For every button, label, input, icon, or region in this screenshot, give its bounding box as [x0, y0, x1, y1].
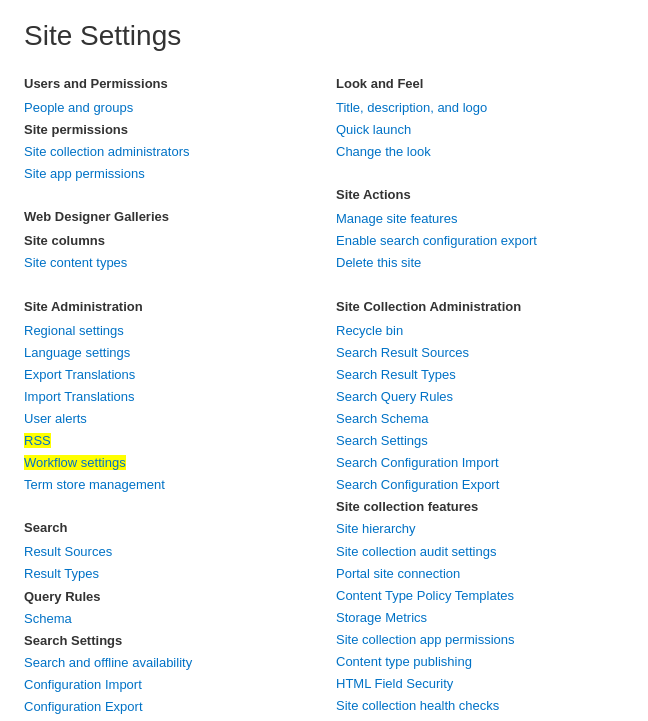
- link-site-app-permissions[interactable]: Site app permissions: [24, 163, 320, 185]
- link-term-store-management[interactable]: Term store management: [24, 474, 320, 496]
- link-site-collection-audit[interactable]: Site collection audit settings: [336, 541, 624, 563]
- section-title-search: Search: [24, 520, 320, 535]
- link-import-translations[interactable]: Import Translations: [24, 386, 320, 408]
- page-title: Site Settings: [24, 20, 624, 52]
- section-title-site-administration: Site Administration: [24, 299, 320, 314]
- link-schema[interactable]: Schema: [24, 608, 320, 630]
- link-search-result-sources[interactable]: Search Result Sources: [336, 342, 624, 364]
- link-portal-site-connection[interactable]: Portal site connection: [336, 563, 624, 585]
- section-site-administration: Site AdministrationRegional settingsLang…: [24, 299, 320, 497]
- right-column: Look and FeelTitle, description, and log…: [336, 76, 624, 721]
- section-site-collection-admin: Site Collection AdministrationRecycle bi…: [336, 299, 624, 721]
- link-config-export[interactable]: Configuration Export: [24, 696, 320, 718]
- section-title-look-feel: Look and Feel: [336, 76, 624, 91]
- section-title-site-actions: Site Actions: [336, 187, 624, 202]
- section-web-designer-galleries: Web Designer GalleriesSite columnsSite c…: [24, 209, 320, 274]
- link-query-rules[interactable]: Query Rules: [24, 586, 320, 608]
- link-content-type-publishing[interactable]: Content type publishing: [336, 651, 624, 673]
- link-delete-this-site[interactable]: Delete this site: [336, 252, 624, 274]
- link-title-desc-logo[interactable]: Title, description, and logo: [336, 97, 624, 119]
- link-search-settings[interactable]: Search Settings: [24, 630, 320, 652]
- link-site-hierarchy[interactable]: Site hierarchy: [336, 518, 624, 540]
- link-site-collection-health[interactable]: Site collection health checks: [336, 695, 624, 717]
- link-manage-site-features[interactable]: Manage site features: [336, 208, 624, 230]
- link-result-types[interactable]: Result Types: [24, 563, 320, 585]
- link-recycle-bin[interactable]: Recycle bin: [336, 320, 624, 342]
- link-site-content-types[interactable]: Site content types: [24, 252, 320, 274]
- section-look-feel: Look and FeelTitle, description, and log…: [336, 76, 624, 163]
- link-site-collection-app-permissions[interactable]: Site collection app permissions: [336, 629, 624, 651]
- link-regional-settings[interactable]: Regional settings: [24, 320, 320, 342]
- link-language-settings[interactable]: Language settings: [24, 342, 320, 364]
- link-search-offline[interactable]: Search and offline availability: [24, 652, 320, 674]
- link-site-collection-features[interactable]: Site collection features: [336, 496, 624, 518]
- link-search-settings[interactable]: Search Settings: [336, 430, 624, 452]
- link-people-groups[interactable]: People and groups: [24, 97, 320, 119]
- left-column: Users and PermissionsPeople and groupsSi…: [24, 76, 336, 721]
- link-html-field-security[interactable]: HTML Field Security: [336, 673, 624, 695]
- section-search: SearchResult SourcesResult TypesQuery Ru…: [24, 520, 320, 718]
- link-site-collection-admins[interactable]: Site collection administrators: [24, 141, 320, 163]
- link-user-alerts[interactable]: User alerts: [24, 408, 320, 430]
- link-search-config-export[interactable]: Search Configuration Export: [336, 474, 624, 496]
- link-enable-search-config-export[interactable]: Enable search configuration export: [336, 230, 624, 252]
- link-quick-launch[interactable]: Quick launch: [336, 119, 624, 141]
- section-title-users-permissions: Users and Permissions: [24, 76, 320, 91]
- link-site-permissions[interactable]: Site permissions: [24, 119, 320, 141]
- section-users-permissions: Users and PermissionsPeople and groupsSi…: [24, 76, 320, 185]
- link-search-config-import[interactable]: Search Configuration Import: [336, 452, 624, 474]
- link-site-columns[interactable]: Site columns: [24, 230, 320, 252]
- link-rss[interactable]: RSS: [24, 430, 320, 452]
- link-change-look[interactable]: Change the look: [336, 141, 624, 163]
- section-title-site-collection-admin: Site Collection Administration: [336, 299, 624, 314]
- link-search-result-types[interactable]: Search Result Types: [336, 364, 624, 386]
- link-export-translations[interactable]: Export Translations: [24, 364, 320, 386]
- link-search-schema[interactable]: Search Schema: [336, 408, 624, 430]
- link-search-query-rules[interactable]: Search Query Rules: [336, 386, 624, 408]
- link-content-type-policy[interactable]: Content Type Policy Templates: [336, 585, 624, 607]
- link-site-collection-upgrade[interactable]: Site collection upgrade: [336, 717, 624, 721]
- section-site-actions: Site ActionsManage site featuresEnable s…: [336, 187, 624, 274]
- section-title-web-designer-galleries: Web Designer Galleries: [24, 209, 320, 224]
- link-storage-metrics[interactable]: Storage Metrics: [336, 607, 624, 629]
- link-workflow-settings[interactable]: Workflow settings: [24, 452, 320, 474]
- link-config-import[interactable]: Configuration Import: [24, 674, 320, 696]
- link-result-sources[interactable]: Result Sources: [24, 541, 320, 563]
